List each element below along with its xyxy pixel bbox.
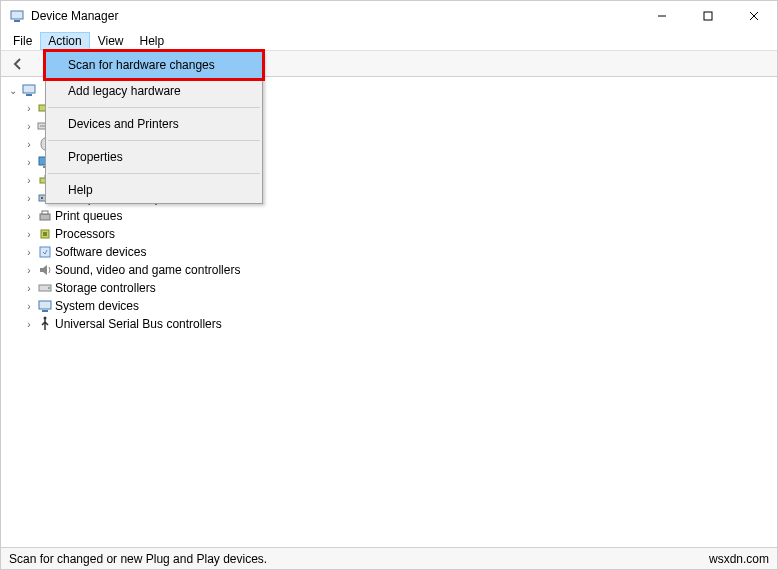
chevron-right-icon[interactable]: › bbox=[23, 103, 35, 114]
action-dropdown: Scan for hardware changes Add legacy har… bbox=[45, 51, 263, 204]
menu-action[interactable]: Action bbox=[40, 32, 89, 50]
svg-rect-27 bbox=[42, 310, 48, 312]
chevron-right-icon[interactable]: › bbox=[23, 301, 35, 312]
chevron-right-icon[interactable]: › bbox=[23, 121, 35, 132]
device-manager-icon bbox=[9, 8, 25, 24]
titlebar: Device Manager bbox=[1, 1, 777, 31]
tree-item[interactable]: ›Storage controllers bbox=[23, 279, 777, 297]
cpu-icon bbox=[37, 226, 53, 242]
status-text: Scan for changed or new Plug and Play de… bbox=[9, 552, 267, 566]
svg-rect-3 bbox=[704, 12, 712, 20]
svg-point-25 bbox=[48, 287, 50, 289]
window-title: Device Manager bbox=[31, 9, 639, 23]
menu-file[interactable]: File bbox=[5, 32, 40, 50]
computer-icon bbox=[21, 82, 37, 98]
tree-item[interactable]: ›Sound, video and game controllers bbox=[23, 261, 777, 279]
usb-icon bbox=[37, 316, 53, 332]
tree-item[interactable]: ›Software devices bbox=[23, 243, 777, 261]
svg-point-28 bbox=[44, 317, 47, 320]
menu-separator bbox=[48, 107, 260, 108]
chevron-right-icon[interactable]: › bbox=[23, 229, 35, 240]
svg-rect-19 bbox=[40, 214, 50, 220]
chevron-right-icon[interactable]: › bbox=[23, 175, 35, 186]
tree-item-label: Processors bbox=[55, 227, 115, 241]
status-right: wsxdn.com bbox=[709, 552, 769, 566]
chevron-right-icon[interactable]: › bbox=[23, 319, 35, 330]
chevron-right-icon[interactable]: › bbox=[23, 211, 35, 222]
storage-icon bbox=[37, 280, 53, 296]
menu-add-legacy[interactable]: Add legacy hardware bbox=[46, 78, 262, 104]
chevron-right-icon[interactable]: › bbox=[23, 283, 35, 294]
back-button[interactable] bbox=[7, 53, 29, 75]
menu-view[interactable]: View bbox=[90, 32, 132, 50]
tree-item[interactable]: ›Print queues bbox=[23, 207, 777, 225]
system-icon bbox=[37, 298, 53, 314]
svg-rect-26 bbox=[39, 301, 51, 309]
tree-item-label: Print queues bbox=[55, 209, 122, 223]
menu-properties[interactable]: Properties bbox=[46, 144, 262, 170]
chevron-right-icon[interactable]: › bbox=[23, 157, 35, 168]
chevron-right-icon[interactable]: › bbox=[23, 193, 35, 204]
tree-item-label: System devices bbox=[55, 299, 139, 313]
close-button[interactable] bbox=[731, 1, 777, 31]
menubar: File Action View Help bbox=[1, 31, 777, 51]
menu-scan-hardware[interactable]: Scan for hardware changes bbox=[46, 52, 262, 78]
chevron-right-icon[interactable]: › bbox=[23, 139, 35, 150]
svg-rect-6 bbox=[23, 85, 35, 93]
tree-item-label: Sound, video and game controllers bbox=[55, 263, 240, 277]
tree-item[interactable]: ›System devices bbox=[23, 297, 777, 315]
statusbar: Scan for changed or new Plug and Play de… bbox=[1, 547, 777, 569]
menu-help-item[interactable]: Help bbox=[46, 177, 262, 203]
svg-rect-0 bbox=[11, 11, 23, 19]
menu-separator bbox=[48, 173, 260, 174]
tree-item[interactable]: ›Universal Serial Bus controllers bbox=[23, 315, 777, 333]
tree-item-label: Universal Serial Bus controllers bbox=[55, 317, 222, 331]
tree-item-label: Storage controllers bbox=[55, 281, 156, 295]
maximize-button[interactable] bbox=[685, 1, 731, 31]
menu-devices-printers[interactable]: Devices and Printers bbox=[46, 111, 262, 137]
svg-rect-23 bbox=[40, 247, 50, 257]
minimize-button[interactable] bbox=[639, 1, 685, 31]
software-icon bbox=[37, 244, 53, 260]
chevron-down-icon[interactable]: ⌄ bbox=[7, 85, 19, 96]
svg-rect-1 bbox=[14, 20, 20, 22]
sound-icon bbox=[37, 262, 53, 278]
svg-rect-22 bbox=[43, 232, 47, 236]
menu-help[interactable]: Help bbox=[132, 32, 173, 50]
chevron-right-icon[interactable]: › bbox=[23, 247, 35, 258]
chevron-right-icon[interactable]: › bbox=[23, 265, 35, 276]
tree-item-label: Software devices bbox=[55, 245, 146, 259]
svg-point-17 bbox=[41, 197, 43, 199]
svg-rect-20 bbox=[42, 211, 48, 214]
svg-rect-7 bbox=[26, 94, 32, 96]
tree-item[interactable]: ›Processors bbox=[23, 225, 777, 243]
menu-separator bbox=[48, 140, 260, 141]
printer-icon bbox=[37, 208, 53, 224]
